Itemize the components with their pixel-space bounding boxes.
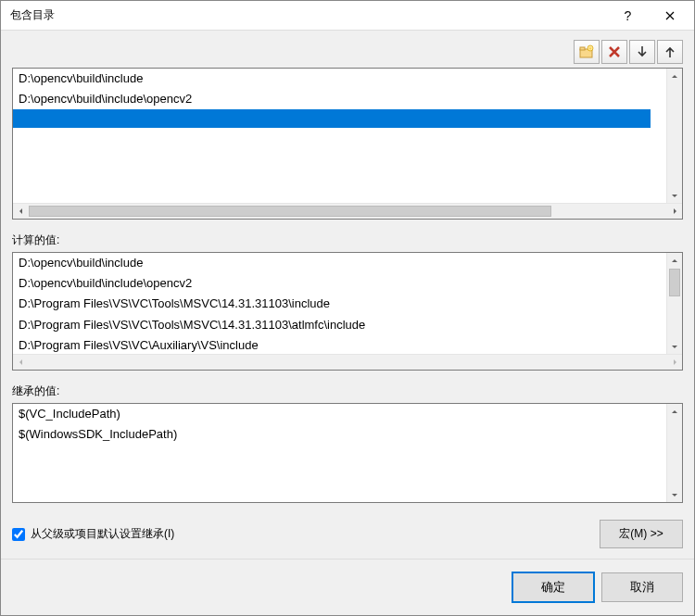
list-item[interactable]: D:\opencv\build\include\opencv2: [13, 89, 666, 109]
scroll-track[interactable]: [667, 84, 682, 187]
list-item: D:\Program Files\VS\VC\Tools\MSVC\14.31.…: [13, 294, 666, 314]
new-line-button[interactable]: [574, 40, 600, 64]
scroll-up-button[interactable]: [667, 404, 682, 420]
inherit-checkbox[interactable]: [12, 528, 25, 541]
scroll-track[interactable]: [29, 204, 666, 219]
scroll-right-button: [666, 355, 682, 370]
scroll-track[interactable]: [667, 420, 682, 486]
computed-values-label: 计算的值:: [12, 233, 683, 248]
horizontal-scrollbar[interactable]: [13, 203, 682, 219]
scroll-up-button[interactable]: [667, 253, 682, 269]
include-directories-dialog: 包含目录 ?: [0, 0, 695, 616]
dialog-footer: 确定 取消: [1, 559, 694, 615]
user-paths-content: D:\opencv\build\include D:\opencv\build\…: [13, 69, 666, 203]
list-item: D:\opencv\build\include\opencv2: [13, 273, 666, 294]
delete-icon: [607, 44, 622, 59]
computed-values-content: D:\opencv\build\include D:\opencv\build\…: [13, 253, 666, 354]
scroll-left-button[interactable]: [13, 204, 29, 219]
close-icon: [665, 11, 675, 20]
inherited-values-content: $(VC_IncludePath) $(WindowsSDK_IncludePa…: [13, 404, 666, 502]
scroll-left-button: [13, 355, 29, 370]
move-down-button[interactable]: [629, 40, 655, 64]
list-item: D:\Program Files\VS\VC\Auxiliary\VS\incl…: [13, 335, 666, 354]
arrow-up-icon: [663, 44, 677, 59]
arrow-down-icon: [635, 44, 650, 59]
list-item-selected[interactable]: [13, 109, 651, 128]
svg-rect-1: [580, 47, 585, 50]
user-paths-listbox[interactable]: D:\opencv\build\include D:\opencv\build\…: [12, 68, 683, 220]
inherit-checkbox-label[interactable]: 从父级或项目默认设置继承(I): [31, 526, 174, 542]
scroll-thumb[interactable]: [29, 206, 551, 217]
vertical-scrollbar[interactable]: [666, 253, 682, 354]
scroll-up-button[interactable]: [667, 69, 682, 84]
close-button[interactable]: [649, 3, 690, 29]
help-button[interactable]: ?: [607, 3, 649, 29]
computed-values-listbox: D:\opencv\build\include D:\opencv\build\…: [12, 252, 683, 371]
inherited-values-label: 继承的值:: [12, 383, 683, 399]
cancel-button[interactable]: 取消: [601, 572, 683, 602]
delete-button[interactable]: [601, 40, 627, 64]
list-item: $(VC_IncludePath): [13, 404, 666, 424]
scroll-down-button[interactable]: [667, 187, 682, 203]
vertical-scrollbar[interactable]: [666, 404, 682, 502]
inherit-checkbox-row: 从父级或项目默认设置继承(I) 宏(M) >>: [12, 520, 683, 548]
list-item: $(WindowsSDK_IncludePath): [13, 424, 666, 445]
macros-button[interactable]: 宏(M) >>: [600, 520, 683, 548]
ok-button[interactable]: 确定: [512, 572, 594, 602]
list-item: D:\Program Files\VS\VC\Tools\MSVC\14.31.…: [13, 315, 666, 335]
dialog-body: D:\opencv\build\include D:\opencv\build\…: [1, 31, 694, 559]
titlebar: 包含目录 ?: [1, 1, 694, 31]
scroll-right-button[interactable]: [666, 204, 682, 219]
scroll-down-button[interactable]: [667, 338, 682, 354]
scroll-down-button[interactable]: [667, 486, 682, 502]
move-up-button[interactable]: [657, 40, 683, 64]
vertical-scrollbar[interactable]: [666, 69, 682, 203]
inherited-values-listbox: $(VC_IncludePath) $(WindowsSDK_IncludePa…: [12, 403, 683, 503]
scroll-track: [29, 355, 666, 370]
new-folder-icon: [579, 44, 594, 59]
scroll-track[interactable]: [667, 269, 682, 338]
horizontal-scrollbar: [13, 354, 682, 370]
path-toolbar: [12, 40, 683, 64]
list-item[interactable]: D:\opencv\build\include: [13, 69, 666, 89]
list-item: D:\opencv\build\include: [13, 253, 666, 273]
dialog-title: 包含目录: [10, 7, 607, 23]
scroll-thumb[interactable]: [669, 269, 680, 296]
